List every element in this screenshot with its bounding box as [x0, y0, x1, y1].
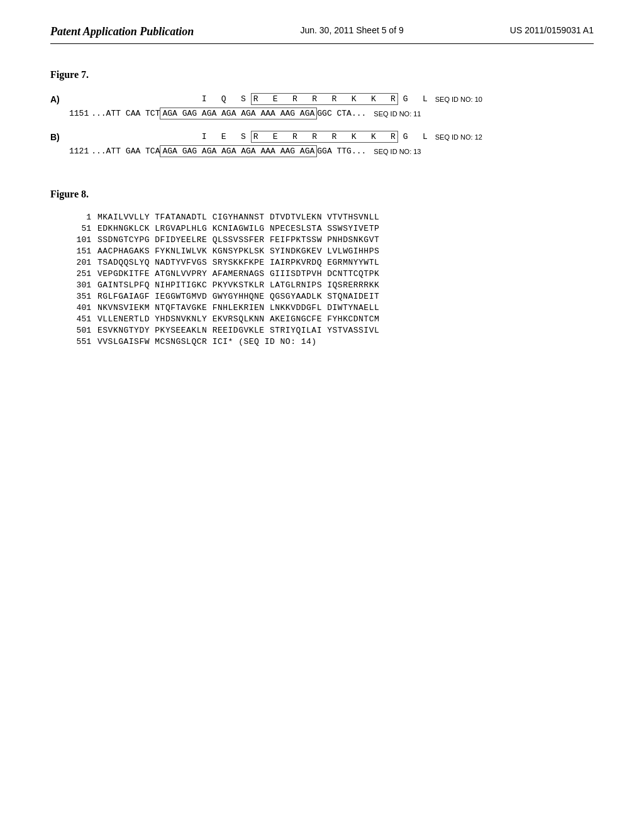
section-b-aa-line: I E S R E R R R K K R G L SEQ ID NO: 12 [69, 131, 482, 143]
section-a-label: A) [50, 93, 69, 104]
seq8-row-content: AACPHAGAKS FYKNLIWLVK KGNSYPKLSK SYINDKG… [97, 246, 379, 256]
dna-num-a: 1151 [69, 109, 89, 118]
dna-post-a: GGC CTA... [317, 109, 366, 118]
seq8-row: 401NKVNSVIEKM NTQFTAVGKE FNHLEKRIEN LNKK… [63, 303, 594, 313]
seq8-row: 351RGLFGAIAGF IEGGWTGMVD GWYGYHHQNE QGSG… [63, 292, 594, 301]
seq-id-13: SEQ ID NO: 13 [374, 148, 421, 155]
seq8-row-num: 551 [63, 337, 91, 346]
seq8-row-num: 351 [63, 292, 91, 301]
page: Patent Application Publication Jun. 30, … [0, 0, 644, 830]
figure8-title: Figure 8. [50, 189, 594, 200]
seq8-row: 301GAINTSLPFQ NIHPITIGKC PKYVKSTKLR LATG… [63, 280, 594, 290]
figure7-section: Figure 7. A) I Q S R E R R R K K R G L [50, 69, 594, 157]
dna-pre-b: ...ATT GAA TCA [91, 147, 160, 156]
section-a-content: I Q S R E R R R K K R G L SEQ ID NO: 10 … [69, 93, 482, 119]
seq8-row: 151AACPHAGAKS FYKNLIWLVK KGNSYPKLSK SYIN… [63, 246, 594, 256]
seq8-row-num: 451 [63, 314, 91, 324]
seq8-row-num: 251 [63, 269, 91, 279]
seq8-row-num: 51 [63, 224, 91, 233]
seq8-row-content: MKAILVVLLY TFATANADTL CIGYHANNST DTVDTVL… [97, 213, 379, 222]
seq8-row-content: TSADQQSLYQ NADTYVFVGS SRYSKKFKPE IAIRPKV… [97, 258, 379, 267]
seq8-row-num: 151 [63, 246, 91, 256]
seq8-row-num: 101 [63, 235, 91, 245]
seq8-row-num: 501 [63, 326, 91, 335]
dna-pre-a: ...ATT CAA TCT [91, 109, 160, 118]
aa-boxed-a: R E R R R K K R [251, 93, 398, 105]
seq8-row: 251VEPGDKITFE ATGNLVVPRY AFAMERNAGS GIII… [63, 269, 594, 279]
section-a-dna-line: 1151 ...ATT CAA TCT AGA GAG AGA AGA AGA … [69, 108, 482, 119]
seq-id-11: SEQ ID NO: 11 [374, 110, 421, 118]
seq-id-10: SEQ ID NO: 10 [435, 96, 482, 103]
figure8-section: Figure 8. 1MKAILVVLLY TFATANADTL CIGYHAN… [50, 189, 594, 346]
seq8-row-content: ESVKNGTYDY PKYSEEAKLN REEIDGVKLE STRIYQI… [97, 326, 379, 335]
dna-num-b: 1121 [69, 147, 89, 156]
section-b-dna-line: 1121 ...ATT GAA TCA AGA GAG AGA AGA AGA … [69, 145, 482, 157]
seq8-row: 501ESVKNGTYDY PKYSEEAKLN REEIDGVKLE STRI… [63, 326, 594, 335]
header-date-sheet: Jun. 30, 2011 Sheet 5 of 9 [300, 25, 403, 35]
figure7-section-a: A) I Q S R E R R R K K R G L SEQ ID NO: … [50, 93, 594, 119]
seq-id-12: SEQ ID NO: 12 [435, 133, 482, 141]
seq8-row: 101SSDNGTCYPG DFIDYEELRE QLSSVSSFER FEIF… [63, 235, 594, 245]
figure7-section-b: B) I E S R E R R R K K R G L SEQ ID NO: … [50, 131, 594, 157]
seq8-row-num: 1 [63, 213, 91, 222]
seq8-row: 51EDKHNGKLCK LRGVAPLHLG KCNIAGWILG NPECE… [63, 224, 594, 233]
page-header: Patent Application Publication Jun. 30, … [50, 25, 594, 44]
seq8-row: 1MKAILVVLLY TFATANADTL CIGYHANNST DTVDTV… [63, 213, 594, 222]
seq8-row-content: VVSLGAISFW MCSNGSLQCR ICI* (SEQ ID NO: 1… [97, 337, 317, 346]
aa-boxed-b: R E R R R K K R [251, 131, 398, 143]
seq8-row-content: GAINTSLPFQ NIHPITIGKC PKYVKSTKLR LATGLRN… [97, 280, 379, 290]
aa-post-box-a: G L [398, 94, 428, 104]
seq8-row: 201TSADQQSLYQ NADTYVFVGS SRYSKKFKPE IAIR… [63, 258, 594, 267]
seq8-row-num: 301 [63, 280, 91, 290]
seq8-row: 551VVSLGAISFW MCSNGSLQCR ICI* (SEQ ID NO… [63, 337, 594, 346]
header-patent-number: US 2011/0159031 A1 [510, 25, 594, 35]
section-b-label: B) [50, 131, 69, 142]
figure7-title: Figure 7. [50, 69, 594, 80]
seq8-row-content: VEPGDKITFE ATGNLVVPRY AFAMERNAGS GIIISDT… [97, 269, 379, 279]
dna-boxed-a: AGA GAG AGA AGA AGA AAA AAG AGA [160, 108, 317, 119]
seq8-row-content: RGLFGAIAGF IEGGWTGMVD GWYGYHHQNE QGSGYAA… [97, 292, 379, 301]
figure7-content: A) I Q S R E R R R K K R G L SEQ ID NO: … [50, 93, 594, 157]
header-title: Patent Application Publication [50, 25, 194, 38]
dna-boxed-b: AGA GAG AGA AGA AGA AAA AAG AGA [160, 145, 317, 157]
seq8-row-num: 401 [63, 303, 91, 313]
dna-post-b: GGA TTG... [317, 147, 366, 156]
aa-pre-box-b: I E S [202, 132, 251, 141]
seq8-row: 451VLLENERTLD YHDSNVKNLY EKVRSQLKNN AKEI… [63, 314, 594, 324]
section-b-content: I E S R E R R R K K R G L SEQ ID NO: 12 … [69, 131, 482, 157]
seq8-row-content: VLLENERTLD YHDSNVKNLY EKVRSQLKNN AKEIGNG… [97, 314, 379, 324]
seq8-row-content: SSDNGTCYPG DFIDYEELRE QLSSVSSFER FEIFPKT… [97, 235, 379, 245]
aa-prefix-spaces-b [69, 132, 202, 141]
section-a-aa-line: I Q S R E R R R K K R G L SEQ ID NO: 10 [69, 93, 482, 105]
aa-pre-box-a: I Q S [202, 94, 251, 104]
figure8-content: 1MKAILVVLLY TFATANADTL CIGYHANNST DTVDTV… [63, 213, 594, 346]
seq8-row-content: EDKHNGKLCK LRGVAPLHLG KCNIAGWILG NPECESL… [97, 224, 379, 233]
seq8-row-content: NKVNSVIEKM NTQFTAVGKE FNHLEKRIEN LNKKVDD… [97, 303, 379, 313]
aa-post-box-b: G L [398, 132, 428, 141]
aa-prefix-spaces [69, 94, 202, 104]
seq8-row-num: 201 [63, 258, 91, 267]
